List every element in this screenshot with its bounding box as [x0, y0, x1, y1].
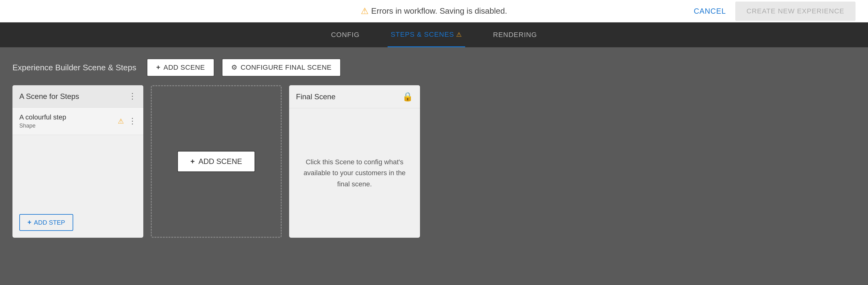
tab-rendering[interactable]: RENDERING	[490, 23, 540, 47]
scene-name: A Scene for Steps	[19, 92, 79, 101]
add-scene-center-label: ADD SCENE	[198, 157, 242, 166]
tab-steps-scenes-label: STEPS & SCENES	[391, 31, 454, 39]
add-scene-panel: + ADD SCENE	[151, 85, 282, 238]
add-scene-button[interactable]: + ADD SCENE	[147, 59, 214, 76]
scene-options-button[interactable]: ⋮	[128, 92, 136, 101]
create-new-experience-button: CREATE NEW EXPERIENCE	[735, 2, 856, 21]
error-message: ⚠ Errors in workflow. Saving is disabled…	[361, 6, 507, 16]
lock-icon: 🔒	[402, 92, 413, 102]
steps-scenes-warning-icon: ⚠	[456, 31, 462, 38]
toolbar-row: Experience Builder Scene & Steps + ADD S…	[12, 59, 856, 76]
scene-footer: + ADD STEP	[12, 207, 143, 238]
step-info: A colourful step Shape	[19, 113, 66, 129]
final-scene-description: Click this Scene to config what's availa…	[299, 156, 411, 189]
tab-rendering-label: RENDERING	[493, 31, 537, 39]
step-options-button[interactable]: ⋮	[128, 116, 136, 126]
final-scene-header: Final Scene 🔒	[289, 85, 420, 108]
tab-config-label: CONFIG	[331, 31, 360, 39]
error-text: Errors in workflow. Saving is disabled.	[371, 6, 507, 16]
add-step-plus-icon: +	[27, 218, 31, 226]
scene-card: A Scene for Steps ⋮ A colourful step Sha…	[12, 85, 143, 238]
gear-icon: ⚙	[231, 64, 238, 72]
add-scene-center-button[interactable]: + ADD SCENE	[177, 151, 255, 172]
plus-icon: +	[156, 64, 160, 72]
top-bar-actions: CANCEL CREATE NEW EXPERIENCE	[694, 2, 856, 21]
final-scene-name: Final Scene	[296, 93, 336, 101]
scene-card-header: A Scene for Steps ⋮	[12, 85, 143, 108]
add-step-label: ADD STEP	[34, 219, 65, 226]
step-actions: ⚠ ⋮	[118, 116, 136, 126]
cancel-button[interactable]: CANCEL	[694, 7, 726, 15]
nav-bar: CONFIG STEPS & SCENES ⚠ RENDERING	[0, 23, 868, 47]
configure-final-scene-button[interactable]: ⚙ CONFIGURE FINAL SCENE	[222, 59, 341, 76]
top-bar: ⚠ Errors in workflow. Saving is disabled…	[0, 0, 868, 23]
step-item[interactable]: A colourful step Shape ⚠ ⋮	[12, 108, 143, 135]
add-scene-plus-icon: +	[190, 157, 195, 166]
final-scene-body: Click this Scene to config what's availa…	[289, 108, 420, 238]
add-scene-label: ADD SCENE	[163, 64, 205, 72]
panels-row: A Scene for Steps ⋮ A colourful step Sha…	[12, 85, 856, 238]
content-area: Experience Builder Scene & Steps + ADD S…	[0, 47, 868, 285]
final-scene-card[interactable]: Final Scene 🔒 Click this Scene to config…	[289, 85, 420, 238]
warning-icon: ⚠	[361, 6, 369, 16]
page-title: Experience Builder Scene & Steps	[12, 63, 136, 72]
step-warning-icon: ⚠	[118, 117, 124, 126]
add-step-button[interactable]: + ADD STEP	[19, 214, 73, 231]
tab-steps-scenes[interactable]: STEPS & SCENES ⚠	[388, 23, 465, 47]
tab-config[interactable]: CONFIG	[328, 23, 363, 47]
configure-final-scene-label: CONFIGURE FINAL SCENE	[241, 64, 332, 72]
step-type: Shape	[19, 122, 66, 129]
step-name: A colourful step	[19, 113, 66, 121]
